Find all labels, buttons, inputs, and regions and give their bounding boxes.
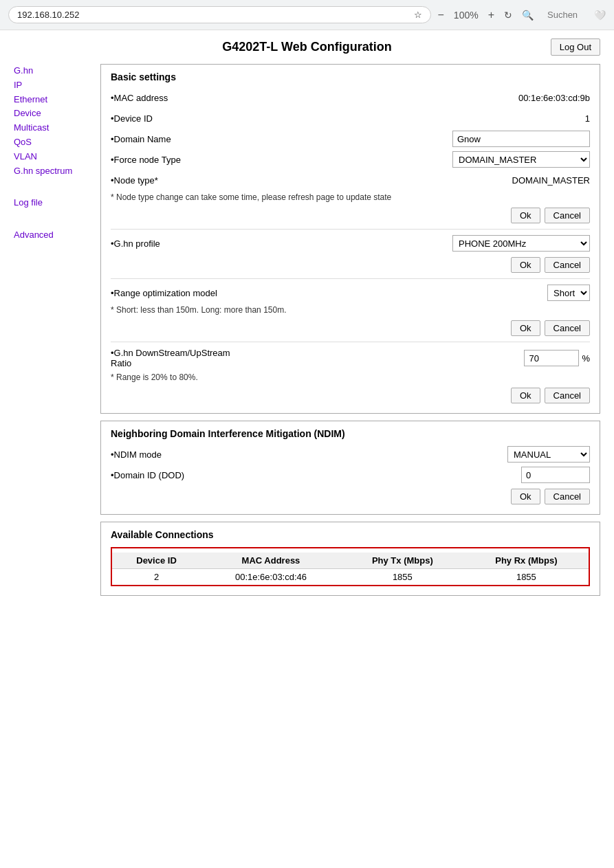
ghn-profile-row: •G.hn profile PHONE 200MHz COAX 200MHz P… bbox=[111, 235, 590, 252]
downstream-input-wrapper: % bbox=[248, 350, 590, 366]
downstream-label: •G.hn DownStream/UpStream Ratio bbox=[111, 348, 248, 368]
ghn-profile-btn-row: Ok Cancel bbox=[111, 257, 590, 273]
ok-button-4[interactable]: Ok bbox=[511, 388, 540, 403]
row-mac: 00:1e:6e:03:cd:46 bbox=[201, 569, 341, 586]
page-header: G4202T-L Web Configuration Log Out bbox=[14, 40, 600, 54]
mac-address-row: •MAC address 00:1e:6e:03:cd:9b bbox=[111, 89, 590, 106]
sidebar-divider2 bbox=[14, 216, 89, 223]
cancel-button-1[interactable]: Cancel bbox=[545, 208, 590, 223]
ok-button-1[interactable]: Ok bbox=[511, 208, 540, 223]
force-node-type-select-wrapper: DOMAIN_MASTER END_POINT AUTO bbox=[248, 151, 590, 168]
basic-settings-card: Basic settings •MAC address 00:1e:6e:03:… bbox=[100, 64, 600, 414]
sidebar-item-ethernet[interactable]: Ethernet bbox=[14, 93, 89, 107]
available-connections-title: Available Connections bbox=[111, 529, 590, 540]
sidebar-item-advanced[interactable]: Advanced bbox=[14, 228, 89, 243]
downstream-row: •G.hn DownStream/UpStream Ratio % bbox=[111, 348, 590, 368]
zoom-level: 100% bbox=[454, 10, 479, 21]
cancel-button-3[interactable]: Cancel bbox=[545, 320, 590, 336]
ndim-mode-select[interactable]: MANUAL AUTO OFF bbox=[507, 446, 590, 463]
col-phy-rx: Phy Rx (Mbps) bbox=[464, 553, 589, 569]
domain-name-input[interactable] bbox=[452, 131, 590, 147]
domain-id-row: •Domain ID (DOD) bbox=[111, 467, 590, 483]
node-type-row: •Node type* DOMAIN_MASTER bbox=[111, 172, 590, 188]
ndim-ok-button[interactable]: Ok bbox=[511, 489, 540, 504]
device-id-row: •Device ID 1 bbox=[111, 110, 590, 126]
page-title: G4202T-L Web Configuration bbox=[222, 40, 391, 54]
domain-name-label: •Domain Name bbox=[111, 134, 248, 144]
node-type-value: DOMAIN_MASTER bbox=[248, 175, 590, 186]
force-node-type-select[interactable]: DOMAIN_MASTER END_POINT AUTO bbox=[452, 151, 590, 168]
row-phy-rx: 1855 bbox=[464, 569, 589, 586]
logout-button[interactable]: Log Out bbox=[551, 38, 600, 56]
ok-button-2[interactable]: Ok bbox=[511, 257, 540, 273]
ndim-title: Neighboring Domain Interference Mitigati… bbox=[111, 428, 590, 439]
range-opt-note: * Short: less than 150m. Long: more than… bbox=[111, 305, 590, 315]
ok-button-3[interactable]: Ok bbox=[511, 320, 540, 336]
range-opt-select-wrapper: Short Long bbox=[248, 285, 590, 301]
sidebar-divider bbox=[14, 183, 89, 190]
downstream-input[interactable] bbox=[524, 350, 579, 366]
basic-settings-title: Basic settings bbox=[111, 71, 590, 82]
domain-name-row: •Domain Name bbox=[111, 131, 590, 147]
col-device-id: Device ID bbox=[112, 553, 201, 569]
col-phy-tx: Phy Tx (Mbps) bbox=[341, 553, 464, 569]
sidebar-item-device[interactable]: Device bbox=[14, 107, 89, 121]
available-connections-card: Available Connections Device ID MAC Addr… bbox=[100, 522, 600, 596]
sidebar-item-qos[interactable]: QoS bbox=[14, 135, 89, 150]
ndim-btn-row: Ok Cancel bbox=[111, 489, 590, 504]
search-input[interactable] bbox=[543, 7, 584, 23]
downstream-btn-row: Ok Cancel bbox=[111, 388, 590, 403]
heart-icon[interactable]: 🤍 bbox=[594, 10, 606, 21]
sidebar-item-ip[interactable]: IP bbox=[14, 78, 89, 93]
ndim-mode-label: •NDIM mode bbox=[111, 449, 248, 460]
downstream-note: * Range is 20% to 80%. bbox=[111, 372, 590, 382]
sidebar-item-logfile[interactable]: Log file bbox=[14, 196, 89, 210]
downstream-unit: % bbox=[582, 353, 590, 364]
device-id-value: 1 bbox=[248, 113, 590, 124]
mac-address-value: 00:1e:6e:03:cd:9b bbox=[248, 93, 590, 103]
domain-id-input[interactable] bbox=[521, 467, 590, 483]
row-phy-tx: 1855 bbox=[341, 569, 464, 586]
device-id-label: •Device ID bbox=[111, 113, 248, 124]
domain-id-label: •Domain ID (DOD) bbox=[111, 470, 248, 480]
table-row: 2 00:1e:6e:03:cd:46 1855 1855 bbox=[112, 569, 589, 586]
address-bar[interactable]: 192.168.10.252 ☆ bbox=[8, 6, 431, 23]
sidebar: G.hn IP Ethernet Device Multicast QoS VL… bbox=[14, 64, 89, 603]
range-opt-label: •Range optimization model bbox=[111, 288, 248, 298]
cancel-button-4[interactable]: Cancel bbox=[545, 388, 590, 403]
row-device-id: 2 bbox=[112, 569, 201, 586]
page-wrapper: G4202T-L Web Configuration Log Out G.hn … bbox=[0, 30, 614, 610]
col-mac-address: MAC Address bbox=[201, 553, 341, 569]
star-icon[interactable]: ☆ bbox=[414, 10, 422, 20]
force-node-type-label: •Force node Type bbox=[111, 155, 248, 165]
node-type-label: •Node type* bbox=[111, 175, 248, 186]
reload-icon[interactable]: ↻ bbox=[504, 10, 512, 21]
browser-icons: − 100% + ↻ 🔍 🤍 bbox=[438, 7, 606, 23]
range-opt-select[interactable]: Short Long bbox=[547, 285, 590, 301]
content-area: Basic settings •MAC address 00:1e:6e:03:… bbox=[100, 64, 600, 603]
sidebar-item-vlan[interactable]: VLAN bbox=[14, 150, 89, 164]
sidebar-item-ghn[interactable]: G.hn bbox=[14, 64, 89, 78]
domain-id-input-wrapper bbox=[248, 467, 590, 483]
url-text: 192.168.10.252 bbox=[17, 10, 408, 20]
connections-table: Device ID MAC Address Phy Tx (Mbps) Phy … bbox=[112, 553, 589, 585]
search-icon[interactable]: 🔍 bbox=[522, 10, 534, 21]
ndim-card: Neighboring Domain Interference Mitigati… bbox=[100, 421, 600, 515]
node-type-note: * Node type change can take some time, p… bbox=[111, 192, 590, 202]
ghn-profile-select[interactable]: PHONE 200MHz COAX 200MHz POF 200MHz bbox=[452, 235, 590, 252]
plus-icon[interactable]: + bbox=[488, 9, 494, 21]
range-btn-row: Ok Cancel bbox=[111, 320, 590, 336]
mac-address-label: •MAC address bbox=[111, 93, 248, 103]
domain-name-input-wrapper bbox=[248, 131, 590, 147]
sidebar-item-ghn-spectrum[interactable]: G.hn spectrum bbox=[14, 164, 89, 179]
sidebar-item-multicast[interactable]: Multicast bbox=[14, 121, 89, 135]
ndim-mode-select-wrapper: MANUAL AUTO OFF bbox=[248, 446, 590, 463]
cancel-button-2[interactable]: Cancel bbox=[545, 257, 590, 273]
browser-bar: 192.168.10.252 ☆ − 100% + ↻ 🔍 🤍 bbox=[0, 0, 614, 30]
main-layout: G.hn IP Ethernet Device Multicast QoS VL… bbox=[14, 64, 600, 603]
minus-icon[interactable]: − bbox=[438, 9, 444, 21]
ghn-profile-label: •G.hn profile bbox=[111, 238, 248, 249]
ndim-cancel-button[interactable]: Cancel bbox=[545, 489, 590, 504]
connections-table-header: Device ID MAC Address Phy Tx (Mbps) Phy … bbox=[112, 553, 589, 569]
force-node-type-row: •Force node Type DOMAIN_MASTER END_POINT… bbox=[111, 151, 590, 168]
